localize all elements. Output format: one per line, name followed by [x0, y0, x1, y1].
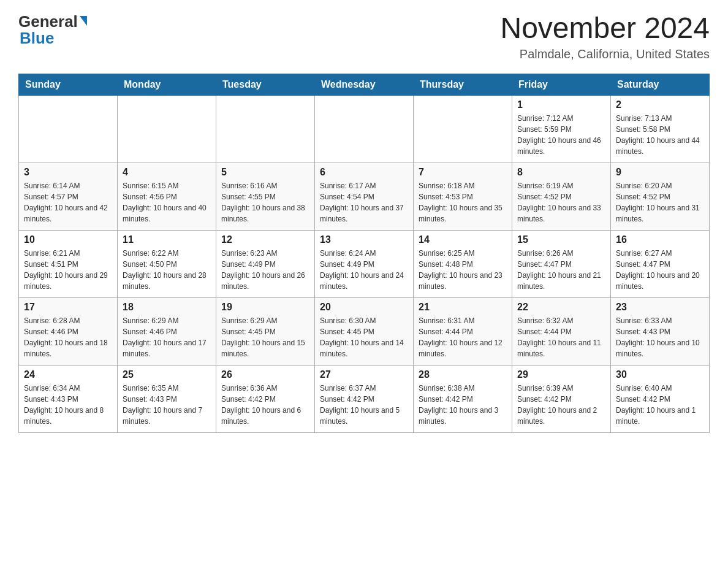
day-info: Sunrise: 6:31 AM Sunset: 4:44 PM Dayligh…	[419, 315, 507, 359]
day-number: 15	[517, 234, 605, 245]
day-info: Sunrise: 6:39 AM Sunset: 4:42 PM Dayligh…	[517, 383, 605, 427]
calendar-cell	[216, 95, 315, 163]
calendar-cell: 15Sunrise: 6:26 AM Sunset: 4:47 PM Dayli…	[512, 230, 611, 297]
weekday-header-wednesday: Wednesday	[315, 74, 414, 95]
day-info: Sunrise: 6:17 AM Sunset: 4:54 PM Dayligh…	[320, 180, 408, 224]
calendar-week-row: 17Sunrise: 6:28 AM Sunset: 4:46 PM Dayli…	[19, 297, 710, 365]
day-number: 6	[320, 167, 408, 178]
day-info: Sunrise: 7:13 AM Sunset: 5:58 PM Dayligh…	[616, 113, 704, 157]
day-number: 28	[419, 369, 507, 380]
day-info: Sunrise: 6:34 AM Sunset: 4:43 PM Dayligh…	[24, 383, 112, 427]
calendar-cell: 20Sunrise: 6:30 AM Sunset: 4:45 PM Dayli…	[315, 297, 414, 365]
day-info: Sunrise: 6:19 AM Sunset: 4:52 PM Dayligh…	[517, 180, 605, 224]
day-number: 12	[221, 234, 309, 245]
day-number: 14	[419, 234, 507, 245]
weekday-header-row: SundayMondayTuesdayWednesdayThursdayFrid…	[19, 74, 710, 95]
month-title: November 2024	[500, 12, 710, 45]
day-number: 20	[320, 302, 408, 313]
calendar-cell: 22Sunrise: 6:32 AM Sunset: 4:44 PM Dayli…	[512, 297, 611, 365]
day-number: 22	[517, 302, 605, 313]
day-info: Sunrise: 6:21 AM Sunset: 4:51 PM Dayligh…	[24, 248, 112, 292]
day-number: 30	[616, 369, 704, 380]
day-info: Sunrise: 6:40 AM Sunset: 4:42 PM Dayligh…	[616, 383, 704, 427]
calendar-week-row: 3Sunrise: 6:14 AM Sunset: 4:57 PM Daylig…	[19, 163, 710, 230]
day-number: 25	[123, 369, 211, 380]
title-area: November 2024 Palmdale, California, Unit…	[500, 12, 710, 61]
location-text: Palmdale, California, United States	[500, 47, 710, 61]
calendar-cell: 21Sunrise: 6:31 AM Sunset: 4:44 PM Dayli…	[414, 297, 512, 365]
day-info: Sunrise: 6:22 AM Sunset: 4:50 PM Dayligh…	[123, 248, 211, 292]
calendar-cell: 18Sunrise: 6:29 AM Sunset: 4:46 PM Dayli…	[118, 297, 216, 365]
day-number: 17	[24, 302, 112, 313]
calendar-cell: 28Sunrise: 6:38 AM Sunset: 4:42 PM Dayli…	[414, 365, 512, 432]
calendar-cell: 14Sunrise: 6:25 AM Sunset: 4:48 PM Dayli…	[414, 230, 512, 297]
day-info: Sunrise: 6:28 AM Sunset: 4:46 PM Dayligh…	[24, 315, 112, 359]
calendar-cell	[315, 95, 414, 163]
calendar-cell: 5Sunrise: 6:16 AM Sunset: 4:55 PM Daylig…	[216, 163, 315, 230]
calendar-cell	[414, 95, 512, 163]
day-number: 16	[616, 234, 704, 245]
day-info: Sunrise: 6:20 AM Sunset: 4:52 PM Dayligh…	[616, 180, 704, 224]
day-number: 23	[616, 302, 704, 313]
calendar-cell: 27Sunrise: 6:37 AM Sunset: 4:42 PM Dayli…	[315, 365, 414, 432]
calendar-cell: 6Sunrise: 6:17 AM Sunset: 4:54 PM Daylig…	[315, 163, 414, 230]
calendar-cell: 19Sunrise: 6:29 AM Sunset: 4:45 PM Dayli…	[216, 297, 315, 365]
calendar-cell	[19, 95, 118, 163]
day-number: 2	[616, 99, 704, 110]
day-info: Sunrise: 6:27 AM Sunset: 4:47 PM Dayligh…	[616, 248, 704, 292]
day-info: Sunrise: 6:33 AM Sunset: 4:43 PM Dayligh…	[616, 315, 704, 359]
day-number: 10	[24, 234, 112, 245]
day-number: 26	[221, 369, 309, 380]
day-info: Sunrise: 6:38 AM Sunset: 4:42 PM Dayligh…	[419, 383, 507, 427]
weekday-header-friday: Friday	[512, 74, 611, 95]
calendar-cell: 9Sunrise: 6:20 AM Sunset: 4:52 PM Daylig…	[611, 163, 710, 230]
calendar-cell: 16Sunrise: 6:27 AM Sunset: 4:47 PM Dayli…	[611, 230, 710, 297]
weekday-header-thursday: Thursday	[414, 74, 512, 95]
day-info: Sunrise: 6:14 AM Sunset: 4:57 PM Dayligh…	[24, 180, 112, 224]
calendar-table: SundayMondayTuesdayWednesdayThursdayFrid…	[18, 74, 710, 433]
day-info: Sunrise: 6:26 AM Sunset: 4:47 PM Dayligh…	[517, 248, 605, 292]
day-info: Sunrise: 6:23 AM Sunset: 4:49 PM Dayligh…	[221, 248, 309, 292]
day-number: 9	[616, 167, 704, 178]
calendar-cell: 3Sunrise: 6:14 AM Sunset: 4:57 PM Daylig…	[19, 163, 118, 230]
day-info: Sunrise: 6:18 AM Sunset: 4:53 PM Dayligh…	[419, 180, 507, 224]
calendar-cell: 30Sunrise: 6:40 AM Sunset: 4:42 PM Dayli…	[611, 365, 710, 432]
day-info: Sunrise: 6:29 AM Sunset: 4:45 PM Dayligh…	[221, 315, 309, 359]
calendar-cell: 24Sunrise: 6:34 AM Sunset: 4:43 PM Dayli…	[19, 365, 118, 432]
day-number: 5	[221, 167, 309, 178]
day-number: 11	[123, 234, 211, 245]
calendar-cell: 29Sunrise: 6:39 AM Sunset: 4:42 PM Dayli…	[512, 365, 611, 432]
day-info: Sunrise: 6:37 AM Sunset: 4:42 PM Dayligh…	[320, 383, 408, 427]
calendar-cell: 26Sunrise: 6:36 AM Sunset: 4:42 PM Dayli…	[216, 365, 315, 432]
day-info: Sunrise: 6:29 AM Sunset: 4:46 PM Dayligh…	[123, 315, 211, 359]
day-info: Sunrise: 6:36 AM Sunset: 4:42 PM Dayligh…	[221, 383, 309, 427]
day-info: Sunrise: 6:35 AM Sunset: 4:43 PM Dayligh…	[123, 383, 211, 427]
calendar-cell: 25Sunrise: 6:35 AM Sunset: 4:43 PM Dayli…	[118, 365, 216, 432]
calendar-cell: 12Sunrise: 6:23 AM Sunset: 4:49 PM Dayli…	[216, 230, 315, 297]
calendar-week-row: 1Sunrise: 7:12 AM Sunset: 5:59 PM Daylig…	[19, 95, 710, 163]
calendar-week-row: 10Sunrise: 6:21 AM Sunset: 4:51 PM Dayli…	[19, 230, 710, 297]
calendar-cell: 23Sunrise: 6:33 AM Sunset: 4:43 PM Dayli…	[611, 297, 710, 365]
weekday-header-tuesday: Tuesday	[216, 74, 315, 95]
day-number: 21	[419, 302, 507, 313]
day-info: Sunrise: 6:15 AM Sunset: 4:56 PM Dayligh…	[123, 180, 211, 224]
calendar-cell: 17Sunrise: 6:28 AM Sunset: 4:46 PM Dayli…	[19, 297, 118, 365]
logo: General Blue	[18, 12, 87, 48]
logo-blue-text: Blue	[20, 29, 54, 48]
day-number: 7	[419, 167, 507, 178]
day-info: Sunrise: 7:12 AM Sunset: 5:59 PM Dayligh…	[517, 113, 605, 157]
day-number: 18	[123, 302, 211, 313]
page-header: General Blue November 2024 Palmdale, Cal…	[18, 12, 710, 61]
calendar-cell: 4Sunrise: 6:15 AM Sunset: 4:56 PM Daylig…	[118, 163, 216, 230]
weekday-header-monday: Monday	[118, 74, 216, 95]
day-number: 24	[24, 369, 112, 380]
calendar-cell: 2Sunrise: 7:13 AM Sunset: 5:58 PM Daylig…	[611, 95, 710, 163]
day-number: 1	[517, 99, 605, 110]
calendar-cell: 13Sunrise: 6:24 AM Sunset: 4:49 PM Dayli…	[315, 230, 414, 297]
calendar-cell: 7Sunrise: 6:18 AM Sunset: 4:53 PM Daylig…	[414, 163, 512, 230]
weekday-header-sunday: Sunday	[19, 74, 118, 95]
day-number: 13	[320, 234, 408, 245]
day-number: 3	[24, 167, 112, 178]
day-info: Sunrise: 6:30 AM Sunset: 4:45 PM Dayligh…	[320, 315, 408, 359]
weekday-header-saturday: Saturday	[611, 74, 710, 95]
